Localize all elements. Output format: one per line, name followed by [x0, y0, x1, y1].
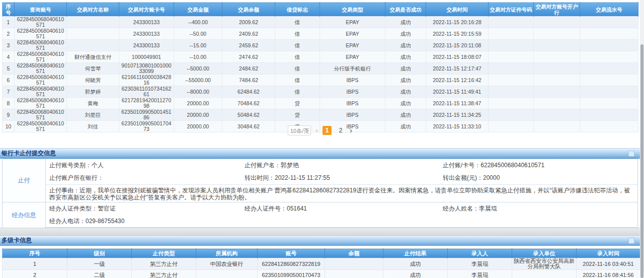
column-header: 交易对方名称 [67, 3, 119, 17]
next-page-icon[interactable]: › [350, 126, 352, 135]
cell: 第三方止付 [132, 270, 196, 278]
cell: 陕西省西安市公安局高新分局刑警大队 [512, 258, 577, 270]
table-row: 2二级第三方止付6235010990500170473成功李晨琨2022-11-… [3, 270, 640, 278]
cell [67, 17, 119, 28]
stop-payment-section-body: 止付 止付账号类别：个人 止付账户名：郭梦艳 止付账/卡号：6228450068… [2, 159, 638, 228]
cell: 6228450068040610571 [15, 75, 67, 86]
column-header: 交易对方证件号码 [489, 3, 534, 17]
cell [489, 98, 534, 109]
cell: 2459.62 [222, 40, 275, 51]
field-agent-name: 经办人姓名：李晨琨 [443, 204, 637, 213]
column-header: 序号 [3, 3, 15, 17]
cell: 1 [3, 17, 15, 28]
cell: 6228450068040610571 [15, 40, 67, 51]
table-row: 76228450068040610571郭梦婷62303611010734162… [3, 86, 638, 98]
cell: 6228450068040610571 [15, 63, 67, 75]
cell: 2022-11-15 20:15:59 [426, 28, 489, 40]
cell: 2484.62 [222, 63, 275, 75]
cell: 一级 [67, 258, 132, 270]
cell: 1000049901 [119, 51, 174, 63]
cell: 7484.62 [222, 75, 275, 86]
cell [512, 270, 577, 278]
stop-payment-section-header: 银行卡止付提交信息 [0, 148, 641, 159]
cell: 财付通微信支付 [67, 51, 119, 63]
section-divider [0, 228, 640, 235]
cell: 6235010990500170473 [258, 270, 325, 278]
column-header: 查询账号 [15, 3, 67, 17]
page-scrollbar[interactable] [640, 0, 644, 278]
cell [534, 28, 580, 40]
table-row: 96228450068040610571刘星臣62350109905001451… [3, 109, 638, 121]
cell: 1 [3, 258, 67, 270]
page-size-select[interactable]: 10条/页 [288, 125, 311, 135]
scrollbar-thumb[interactable] [640, 44, 643, 278]
cell: 成功 [385, 17, 426, 28]
cell: 2022-11-15 12:16:42 [426, 75, 489, 86]
cell: --400.00 [174, 17, 222, 28]
cell [67, 28, 119, 40]
cell: 2022-11-15 12:17:47 [426, 63, 489, 75]
prev-page-icon[interactable]: ‹ [315, 126, 318, 135]
cell [489, 17, 534, 28]
cell: 2009.62 [222, 17, 275, 28]
cell: 成功 [385, 63, 426, 75]
field-transfer-time: 转出时间：2022-11-15 11:27:55 [245, 174, 443, 182]
cell: EPAY [320, 51, 385, 63]
cell: 6228450068040610571 [15, 28, 67, 40]
cell [489, 109, 534, 121]
cell: 2 [3, 28, 15, 40]
cell [489, 63, 534, 75]
column-header: 交易余额 [222, 3, 275, 17]
table-row: 56228450068040610571何雪琴90107130801001000… [3, 63, 638, 75]
cell: 20000.00 [174, 109, 222, 121]
cell: 李晨琨 [448, 270, 512, 278]
cell: 4 [3, 51, 15, 63]
cell [580, 86, 638, 98]
cell: 中国农业银行 [196, 258, 258, 270]
cell: IBPS [320, 75, 385, 86]
column-header: 交易对方账号开户行 [534, 3, 580, 17]
cell [580, 63, 638, 75]
cell [580, 98, 638, 109]
cell: EPAY [320, 28, 385, 40]
column-header: 交易对方账卡号 [119, 3, 174, 17]
column-header: 录入人 [448, 249, 512, 258]
cell [534, 63, 580, 75]
cell: 成功 [385, 51, 426, 63]
table-row: 46228450068040610571财付通微信支付1000049901--1… [3, 51, 638, 63]
cell: IBPS [320, 98, 385, 109]
cell: 243300133 [119, 28, 174, 40]
table-row: 86228450068040610571黄梅621728194200112709… [3, 98, 638, 109]
cell: 6228412860827322819 [258, 258, 325, 270]
collapse-icon[interactable] [628, 151, 634, 157]
cell: 6216611600003842816 [119, 75, 174, 86]
cell [67, 40, 119, 51]
page-number-2[interactable]: 2 [336, 126, 345, 135]
cell: --8000.00 [174, 86, 222, 98]
field-account-name: 止付账户名：郭梦艳 [245, 161, 443, 170]
column-header: 止付类型 [132, 249, 196, 258]
chevron-down-icon [306, 130, 309, 132]
cell: 6228450068040610571 [15, 109, 67, 121]
cell: 6230361101073416261 [119, 86, 174, 98]
cell: 2022-11-16 08:41:56 [577, 270, 640, 278]
column-header: 交易类型 [320, 3, 385, 17]
collapse-icon[interactable] [628, 238, 634, 244]
cell [534, 40, 580, 51]
column-header: 交易金额 [174, 3, 222, 17]
page-number-1[interactable]: 1 [323, 126, 332, 135]
cell [489, 51, 534, 63]
cell: 借 [275, 63, 320, 75]
table-row: 26228450068040610571243300133--50.002409… [3, 28, 638, 40]
column-header: 所属机构 [196, 249, 258, 258]
cell: 6217281942001127098 [119, 98, 174, 109]
table-row: 16228450068040610571243300133--400.00200… [3, 17, 638, 28]
cell: EPAY [320, 40, 385, 51]
cell [534, 17, 580, 28]
cell: 2474.62 [222, 51, 275, 63]
column-header: 余额 [325, 249, 383, 258]
cell: IBPS [320, 109, 385, 121]
cell [325, 258, 383, 270]
cell: EPAY [320, 17, 385, 28]
section-title: 银行卡止付提交信息 [2, 150, 56, 157]
